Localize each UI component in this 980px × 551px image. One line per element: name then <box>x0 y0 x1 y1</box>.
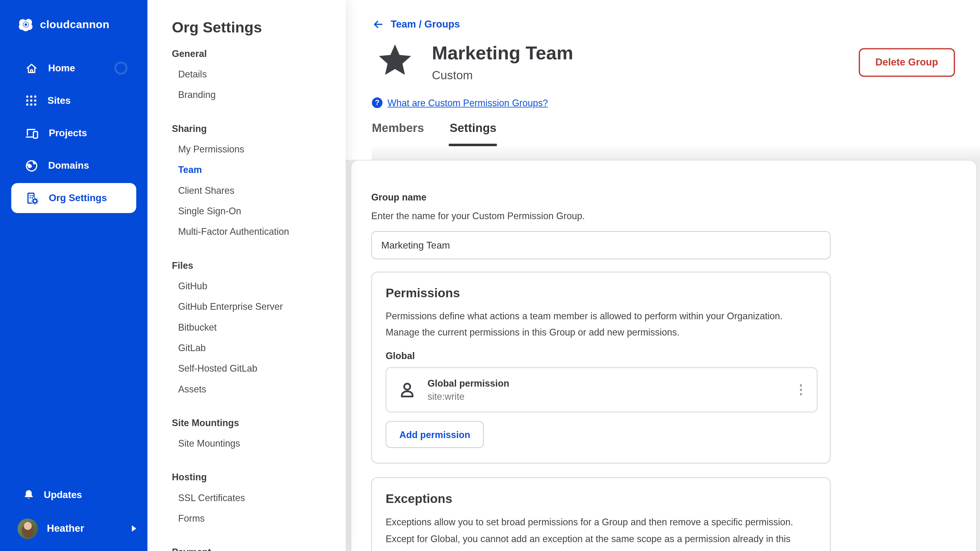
tab-settings[interactable]: Settings <box>450 119 496 146</box>
projects-devices-icon <box>25 126 39 140</box>
global-scope-label: Global <box>385 351 816 361</box>
user-avatar <box>18 518 38 539</box>
sidebar-item-label: Home <box>48 62 75 74</box>
org-settings-nav: Org Settings General Details Branding Sh… <box>148 0 346 551</box>
nav-item-team[interactable]: Team <box>172 159 345 180</box>
nav-item-assets[interactable]: Assets <box>172 379 345 399</box>
sidebar-item-label: Domains <box>48 160 89 171</box>
sidebar-item-org-settings[interactable]: Org Settings <box>11 183 136 213</box>
section-label: General <box>172 44 345 64</box>
sidebar-item-label: Org Settings <box>49 192 107 204</box>
nav-item-forms[interactable]: Forms <box>172 508 345 528</box>
org-building-gear-icon <box>25 191 39 205</box>
section-label: Hosting <box>172 467 345 487</box>
user-name: Heather <box>47 523 84 534</box>
nav-item-branding[interactable]: Branding <box>172 84 345 105</box>
back-arrow-icon <box>372 19 384 30</box>
app-window: cloudcannon Home Sites <box>0 0 980 551</box>
cloudcannon-cloud-logo-icon <box>18 16 34 33</box>
group-type-label: Custom <box>432 68 573 83</box>
nav-section-general: General Details Branding <box>172 44 345 105</box>
main-content: Team / Groups Marketing Team Custom Dele… <box>346 0 980 551</box>
section-label: Site Mountings <box>172 413 345 433</box>
bell-icon <box>22 489 35 501</box>
header-card-divider <box>372 146 980 160</box>
delete-group-button[interactable]: Delete Group <box>858 48 955 77</box>
exceptions-title: Exceptions <box>385 492 816 506</box>
permission-name: Global permission <box>428 378 509 389</box>
section-label: Sharing <box>172 119 345 139</box>
kebab-menu-icon[interactable] <box>796 381 806 399</box>
nav-section-hosting: Hosting SSL Certificates Forms <box>172 467 345 529</box>
sidebar-item-domains[interactable]: Domains <box>11 151 136 181</box>
cloudcannon-logo[interactable]: cloudcannon <box>18 16 147 33</box>
sidebar-item-sites[interactable]: Sites <box>11 86 136 116</box>
permissions-description: Permissions define what actions a team m… <box>385 308 818 340</box>
sidebar-item-label: Sites <box>48 95 71 106</box>
tab-members[interactable]: Members <box>372 119 424 146</box>
person-icon <box>398 380 417 400</box>
nav-item-gitlab[interactable]: GitLab <box>172 337 345 358</box>
question-circle-icon: ? <box>372 97 382 108</box>
exceptions-section: Exceptions Exceptions allow you to set b… <box>371 477 830 551</box>
primary-nav: Home Sites Projects <box>0 53 148 213</box>
breadcrumb[interactable]: Team / Groups <box>372 16 980 32</box>
subnav-title: Org Settings <box>172 17 345 37</box>
settings-panel-background: Group name Enter the name for your Custo… <box>346 160 980 551</box>
star-icon <box>378 43 412 78</box>
globe-icon <box>25 159 38 172</box>
nav-item-client-shares[interactable]: Client Shares <box>172 180 345 200</box>
user-menu[interactable]: Heather <box>0 515 148 542</box>
page-title: Marketing Team <box>432 43 573 64</box>
nav-item-bitbucket[interactable]: Bitbucket <box>172 317 345 337</box>
nav-item-self-hosted-gitlab[interactable]: Self-Hosted GitLab <box>172 358 345 378</box>
nav-item-single-sign-on[interactable]: Single Sign-On <box>172 200 345 221</box>
sidebar-item-projects[interactable]: Projects <box>11 118 136 148</box>
global-permission-row: Global permission site:write <box>385 367 818 412</box>
exceptions-description: Exceptions allow you to set broad permis… <box>385 514 811 551</box>
breadcrumb-label: Team / Groups <box>391 19 460 30</box>
tabs: Members Settings <box>372 119 980 146</box>
permission-value: site:write <box>428 391 509 402</box>
section-label: Payment <box>172 542 345 551</box>
sidebar-item-label: Projects <box>49 127 87 139</box>
active-tab-underline <box>449 144 497 146</box>
section-label: Files <box>172 256 345 275</box>
updates-button[interactable]: Updates <box>0 482 148 507</box>
nav-section-site-mountings: Site Mountings Site Mountings <box>172 413 345 454</box>
home-status-ring-icon <box>114 62 127 75</box>
nav-item-github-enterprise-server[interactable]: GitHub Enterprise Server <box>172 296 345 316</box>
caret-right-icon <box>132 525 136 531</box>
group-name-section: Group name Enter the name for your Custo… <box>371 192 976 259</box>
sites-grid-icon <box>25 94 38 107</box>
primary-sidebar: cloudcannon Home Sites <box>0 0 148 551</box>
group-name-description: Enter the name for your Custom Permissio… <box>371 211 976 221</box>
nav-item-github[interactable]: GitHub <box>172 275 345 296</box>
permissions-title: Permissions <box>385 286 816 301</box>
group-header: Team / Groups Marketing Team Custom Dele… <box>346 0 980 160</box>
permissions-section: Permissions Permissions define what acti… <box>371 272 830 464</box>
settings-card: Group name Enter the name for your Custo… <box>351 160 977 551</box>
nav-item-details[interactable]: Details <box>172 64 345 84</box>
updates-label: Updates <box>44 489 82 500</box>
group-title-row: Marketing Team Custom Delete Group <box>372 43 980 83</box>
nav-item-multi-factor-authentication[interactable]: Multi-Factor Authentication <box>172 221 345 241</box>
nav-item-site-mountings[interactable]: Site Mountings <box>172 433 345 453</box>
home-icon <box>25 62 38 75</box>
nav-section-payment: Payment <box>172 542 345 551</box>
sidebar-footer: Updates Heather <box>0 482 148 542</box>
logo-text: cloudcannon <box>40 18 110 31</box>
add-permission-button[interactable]: Add permission <box>385 421 484 448</box>
sidebar-item-home[interactable]: Home <box>11 53 136 83</box>
nav-item-ssl-certificates[interactable]: SSL Certificates <box>172 487 345 508</box>
help-link[interactable]: What are Custom Permission Groups? <box>387 97 548 108</box>
nav-section-files: Files GitHub GitHub Enterprise Server Bi… <box>172 256 345 399</box>
help-row: ? What are Custom Permission Groups? <box>372 96 980 109</box>
nav-item-my-permissions[interactable]: My Permissions <box>172 139 345 159</box>
group-name-input[interactable] <box>371 231 830 259</box>
nav-section-sharing: Sharing My Permissions Team Client Share… <box>172 119 345 242</box>
group-name-label: Group name <box>371 192 976 203</box>
